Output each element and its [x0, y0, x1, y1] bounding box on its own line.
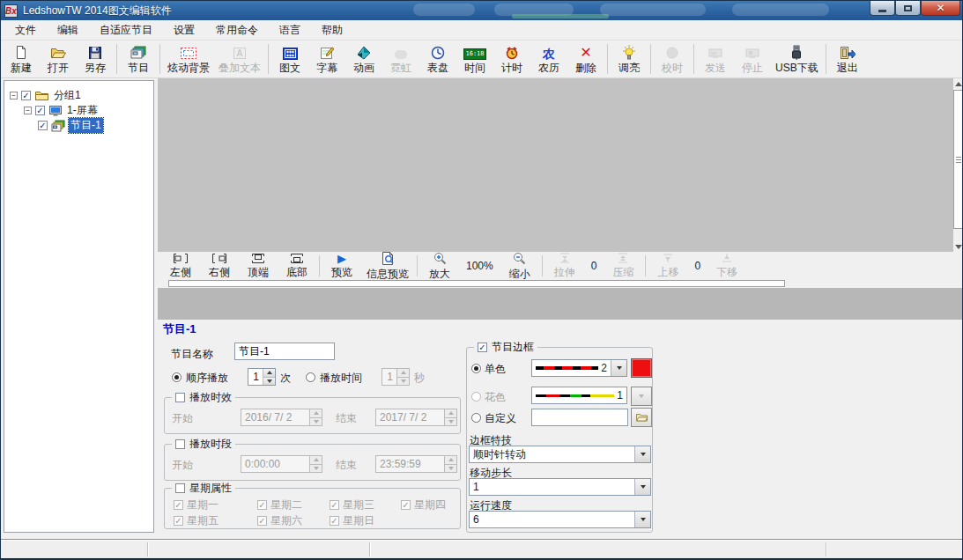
sequence-unit-label: 次	[280, 371, 291, 386]
properties-title: 节目-1	[163, 321, 196, 337]
spin-up[interactable]	[263, 369, 275, 377]
sequence-play-radio[interactable]	[172, 372, 181, 382]
pattern-combo-arrow	[631, 387, 652, 406]
weekday-checkbox[interactable]	[175, 483, 185, 493]
tree-item-label[interactable]: 分组1	[52, 88, 83, 103]
canvas-horizontal-scrollbar[interactable]	[158, 280, 963, 288]
border-effect-combo[interactable]: 顺时针转动	[469, 446, 651, 463]
time-calibration-icon	[665, 43, 679, 60]
dazzle-background-button[interactable]: 炫动背景	[163, 41, 214, 77]
menu-edit[interactable]: 编辑	[47, 20, 89, 41]
custom-border-radio[interactable]	[471, 413, 481, 423]
border-color-swatch[interactable]	[631, 358, 652, 378]
time-button[interactable]: 16:18 时间	[456, 41, 493, 77]
tree-item-group[interactable]: − ✓ 分组1	[4, 88, 153, 103]
toolbar-separator	[542, 255, 543, 276]
graphic-text-button[interactable]: 图文	[271, 41, 308, 77]
menu-common-commands[interactable]: 常用命令	[205, 20, 269, 41]
scroll-up-arrow[interactable]	[953, 78, 963, 89]
menu-language[interactable]: 语言	[269, 20, 311, 41]
custom-border-input[interactable]	[531, 409, 628, 426]
lunar-calendar-icon: 农	[543, 43, 555, 60]
tree-item-program[interactable]: ✓ 节目-1	[4, 118, 153, 133]
tree-item-screen[interactable]: − ✓ 1-屏幕	[4, 103, 153, 118]
exit-button[interactable]: 退出	[829, 41, 866, 77]
align-left-icon	[173, 252, 189, 264]
sequence-count-spinner[interactable]: 1	[248, 368, 276, 386]
timeslot-checkbox[interactable]	[175, 439, 185, 449]
move-step-combo[interactable]: 1	[469, 478, 651, 496]
run-speed-combo[interactable]: 6	[469, 511, 651, 528]
chevron-down-icon[interactable]	[634, 479, 650, 495]
exit-door-icon	[839, 43, 856, 60]
chevron-down-icon[interactable]	[611, 360, 626, 376]
align-left-button[interactable]: 左侧	[161, 252, 200, 280]
delete-button[interactable]: ✕ 删除	[567, 41, 604, 77]
vertical-scroll-thumb[interactable]	[953, 90, 963, 229]
align-top-button[interactable]: 顶端	[239, 252, 278, 280]
preview-button[interactable]: ▶ 预览	[322, 252, 361, 280]
new-button[interactable]: 新建	[3, 41, 40, 77]
led-preview-canvas[interactable]	[158, 78, 953, 252]
pattern-line-preview	[536, 394, 614, 397]
collapse-icon[interactable]: −	[10, 92, 18, 99]
maximize-button[interactable]	[895, 1, 921, 16]
canvas-vertical-scrollbar[interactable]	[953, 78, 963, 252]
info-preview-button[interactable]: 信息预览	[361, 252, 414, 280]
menu-settings[interactable]: 设置	[163, 20, 205, 41]
program-checkbox[interactable]: ✓	[38, 121, 48, 130]
usb-download-button[interactable]: USB下载	[771, 41, 823, 77]
clock-dial-button[interactable]: 表盘	[419, 41, 456, 77]
menu-file[interactable]: 文件	[4, 20, 47, 41]
scroll-down-arrow[interactable]	[953, 241, 963, 252]
screen-checkbox[interactable]: ✓	[35, 106, 45, 115]
minimize-button[interactable]	[870, 1, 895, 16]
program-name-input[interactable]	[234, 343, 335, 360]
border-groupbox: ✓ 节目边框 单色 2 花色 1 自定义 边框特技	[466, 347, 653, 533]
browse-folder-button[interactable]	[631, 408, 652, 427]
program-tree-panel: − ✓ 分组1 − ✓ 1-屏幕 ✓ 节目-1	[4, 80, 154, 533]
chevron-down-icon[interactable]	[634, 446, 650, 462]
single-color-radio[interactable]	[471, 364, 481, 373]
program-properties-panel: 节目-1 节目名称 顺序播放 1 次 播放时间 1 秒 播放时效 开始 2016…	[158, 320, 963, 539]
zoom-in-button[interactable]: 放大	[420, 252, 459, 280]
play-duration-label: 播放时间	[320, 371, 362, 386]
tree-item-label[interactable]: 节目-1	[69, 118, 103, 133]
border-checkbox[interactable]: ✓	[478, 343, 487, 352]
lunar-calendar-button[interactable]: 农 农历	[530, 41, 567, 77]
stretch-icon	[559, 252, 571, 264]
program-pages-icon	[130, 43, 147, 60]
title-bar: Bx LedshowTW 2014图文编辑软件 ✕	[1, 1, 962, 20]
subtitle-button[interactable]: 字幕	[308, 41, 345, 77]
brightness-button[interactable]: 调亮	[611, 41, 648, 77]
graphic-text-icon	[283, 43, 298, 60]
spin-down[interactable]	[263, 377, 275, 386]
open-button[interactable]: 打开	[40, 41, 77, 77]
status-bar	[1, 539, 962, 559]
collapse-icon[interactable]: −	[24, 107, 32, 114]
play-duration-radio[interactable]	[306, 372, 315, 382]
window-title: LedshowTW 2014图文编辑软件	[23, 4, 172, 18]
program-button[interactable]: 节目	[120, 41, 157, 77]
horizontal-scroll-thumb[interactable]	[168, 280, 785, 287]
single-color-combo[interactable]: 2	[531, 359, 627, 377]
timeslot-groupbox: 播放时段 开始 0:00:00 结束 23:59:59	[164, 444, 461, 481]
group-checkbox[interactable]: ✓	[21, 91, 31, 100]
zoom-out-button[interactable]: 缩小	[500, 252, 539, 280]
close-button[interactable]: ✕	[921, 1, 960, 16]
program-name-label: 节目名称	[171, 347, 213, 362]
clock-dial-icon	[431, 43, 445, 60]
animation-button[interactable]: 动画	[345, 41, 382, 77]
menu-help[interactable]: 帮助	[311, 20, 353, 41]
align-right-button[interactable]: 右侧	[200, 252, 239, 280]
chevron-down-icon[interactable]	[634, 512, 650, 527]
validity-checkbox[interactable]	[175, 393, 185, 402]
tree-item-label[interactable]: 1-屏幕	[65, 103, 100, 118]
usb-icon	[790, 43, 803, 60]
timer-button[interactable]: 计时	[493, 41, 530, 77]
menu-adaptive-program[interactable]: 自适应节目	[89, 20, 163, 41]
align-bottom-button[interactable]: 底部	[278, 252, 316, 280]
save-as-button[interactable]: 另存	[77, 41, 114, 77]
overlay-text-button: A 叠加文本	[214, 41, 265, 77]
toolbar-separator	[693, 44, 694, 74]
